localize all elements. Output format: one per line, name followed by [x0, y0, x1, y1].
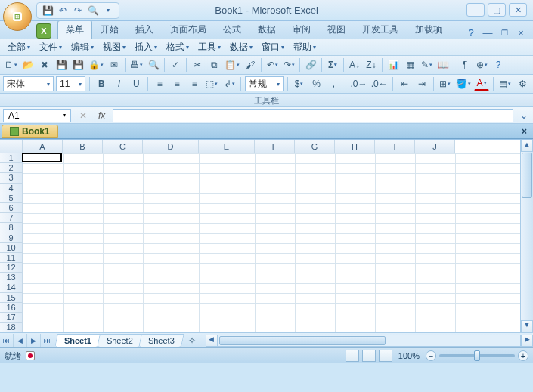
row-header-16[interactable]: 16: [0, 303, 23, 313]
zoom-level[interactable]: 100%: [398, 351, 420, 360]
row-header-7[interactable]: 7: [0, 213, 23, 223]
bold-button[interactable]: B: [94, 76, 109, 91]
ribbon-tab-0[interactable]: 菜单: [57, 20, 92, 39]
workbook-tab[interactable]: Book1: [2, 125, 58, 138]
scroll-up-button[interactable]: ▲: [521, 140, 533, 152]
menu-3[interactable]: 视图▾: [98, 39, 130, 55]
row-header-4[interactable]: 4: [0, 184, 23, 193]
hscroll-thumb[interactable]: [219, 336, 386, 345]
fill-color-button[interactable]: 🪣: [455, 76, 472, 91]
close-button[interactable]: ✕: [509, 3, 527, 17]
workbook-close-button[interactable]: ×: [516, 126, 533, 137]
sort-desc-button[interactable]: Z↓: [364, 57, 379, 73]
menu-9[interactable]: 帮助▾: [289, 39, 321, 55]
row-header-11[interactable]: 11: [0, 253, 23, 263]
decrease-decimal-button[interactable]: .0←: [370, 76, 389, 91]
redo-icon[interactable]: ↷: [72, 5, 84, 17]
menu-6[interactable]: 工具▾: [194, 39, 225, 55]
column-header-D[interactable]: D: [143, 140, 199, 153]
ribbon-tab-7[interactable]: 视图: [319, 20, 354, 39]
row-header-8[interactable]: 8: [0, 223, 23, 233]
underline-button[interactable]: U: [129, 76, 144, 91]
ribbon-restore-button[interactable]: ❐: [498, 26, 510, 39]
sheet-tab-2[interactable]: Sheet3: [138, 334, 184, 347]
align-center-button[interactable]: ≡: [169, 76, 184, 91]
increase-decimal-button[interactable]: .0→: [349, 76, 367, 91]
ribbon-tab-6[interactable]: 审阅: [284, 20, 319, 39]
format-cells-button[interactable]: ⚙: [515, 76, 530, 91]
zoom-dropdown[interactable]: ⊕: [474, 57, 489, 73]
ribbon-tab-8[interactable]: 开发工具: [354, 20, 407, 39]
menu-7[interactable]: 数据▾: [225, 39, 257, 55]
decrease-indent-button[interactable]: ⇤: [397, 76, 412, 91]
zoom-slider[interactable]: [439, 354, 515, 357]
borders-button[interactable]: ⊞: [438, 76, 453, 91]
sheet-tab-0[interactable]: Sheet1: [54, 334, 101, 347]
column-header-I[interactable]: I: [375, 140, 415, 153]
comma-button[interactable]: ,: [327, 76, 342, 91]
scroll-down-button[interactable]: ▼: [521, 320, 533, 332]
toolbar-help-button[interactable]: ?: [491, 57, 506, 73]
save-icon[interactable]: 💾: [42, 5, 54, 17]
autosum-button[interactable]: Σ: [325, 57, 340, 73]
scroll-left-button[interactable]: ◀: [206, 335, 218, 347]
sheet-nav-prev[interactable]: ◀: [14, 334, 27, 347]
spelling-button[interactable]: ✓: [168, 57, 183, 73]
column-header-F[interactable]: F: [255, 140, 295, 153]
row-header-2[interactable]: 2: [0, 163, 23, 173]
undo-icon[interactable]: ↶: [57, 5, 69, 17]
formula-input[interactable]: [113, 109, 513, 122]
merge-cells-button[interactable]: ⬚: [204, 76, 219, 91]
cells-area[interactable]: [23, 153, 520, 332]
column-header-A[interactable]: A: [23, 140, 63, 153]
row-header-6[interactable]: 6: [0, 203, 23, 213]
pivot-button[interactable]: ▦: [402, 57, 417, 73]
row-header-18[interactable]: 18: [0, 323, 23, 332]
chart-button[interactable]: 📊: [386, 57, 401, 73]
column-header-E[interactable]: E: [199, 140, 255, 153]
menu-2[interactable]: 编辑▾: [67, 39, 98, 55]
hyperlink-button[interactable]: 🔗: [303, 57, 318, 73]
page-break-view-button[interactable]: [379, 350, 392, 362]
cut-button[interactable]: ✂: [190, 57, 205, 73]
fx-label[interactable]: fx: [95, 110, 108, 121]
menu-8[interactable]: 窗口▾: [257, 39, 289, 55]
minimize-button[interactable]: ―: [466, 3, 485, 17]
sheet-nav-first[interactable]: ⏮: [0, 334, 14, 347]
show-formulas-button[interactable]: ¶: [457, 57, 473, 73]
number-format-combo[interactable]: 常规▾: [245, 76, 283, 91]
wrap-text-button[interactable]: ↲: [222, 76, 237, 91]
normal-view-button[interactable]: [346, 350, 359, 362]
qat-dropdown-icon[interactable]: ▾: [102, 5, 114, 17]
row-header-1[interactable]: 1: [0, 153, 23, 163]
column-header-B[interactable]: B: [63, 140, 103, 153]
undo-button[interactable]: ↶: [265, 57, 280, 73]
cancel-formula-icon[interactable]: ✕: [76, 108, 91, 123]
copy-button[interactable]: ⧉: [206, 57, 222, 73]
ribbon-tab-3[interactable]: 页面布局: [162, 20, 215, 39]
save-as-button[interactable]: 💾: [70, 57, 85, 73]
row-header-17[interactable]: 17: [0, 313, 23, 323]
zoom-slider-knob[interactable]: [474, 350, 480, 361]
percent-button[interactable]: %: [309, 76, 324, 91]
drawing-button[interactable]: ✎: [419, 57, 434, 73]
align-left-button[interactable]: ≡: [152, 76, 167, 91]
column-header-C[interactable]: C: [103, 140, 143, 153]
font-size-combo[interactable]: 11▾: [56, 76, 85, 91]
macro-record-icon[interactable]: [26, 351, 35, 360]
row-header-5[interactable]: 5: [0, 193, 23, 203]
menu-5[interactable]: 格式▾: [162, 39, 194, 55]
office-button[interactable]: ⊞: [3, 2, 32, 31]
column-header-J[interactable]: J: [415, 140, 455, 153]
ribbon-tab-9[interactable]: 加载项: [407, 20, 451, 39]
maximize-button[interactable]: ▢: [488, 3, 506, 17]
ribbon-close-button[interactable]: ×: [515, 26, 527, 39]
menu-1[interactable]: 文件▾: [35, 39, 67, 55]
scroll-right-button[interactable]: ▶: [521, 335, 533, 347]
sheet-nav-last[interactable]: ⏭: [41, 334, 54, 347]
horizontal-scrollbar[interactable]: ◀ ▶: [206, 335, 533, 347]
open-button[interactable]: 📂: [20, 57, 36, 73]
page-layout-view-button[interactable]: [362, 350, 376, 362]
align-right-button[interactable]: ≡: [187, 76, 202, 91]
row-header-15[interactable]: 15: [0, 293, 23, 303]
